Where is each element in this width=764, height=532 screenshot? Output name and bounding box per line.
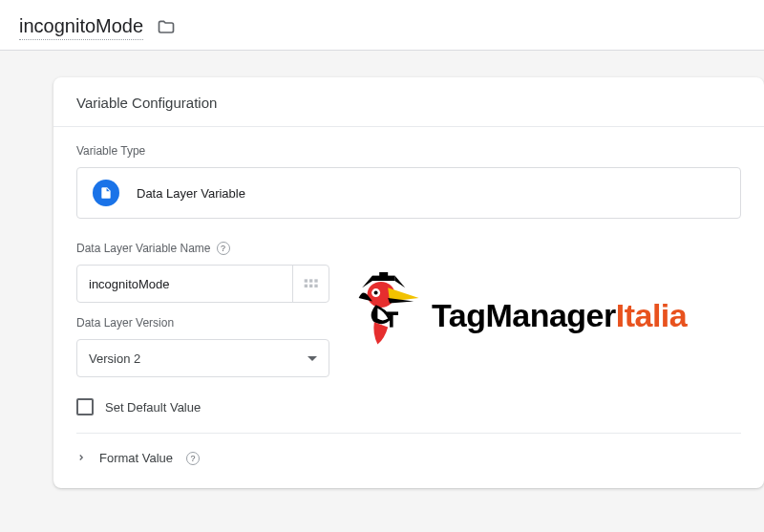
svg-rect-1 xyxy=(309,279,312,282)
variable-name-label: Data Layer Variable Name ? xyxy=(76,242,329,255)
variable-name-input[interactable] xyxy=(77,266,292,302)
help-icon[interactable]: ? xyxy=(217,242,230,255)
svg-rect-5 xyxy=(314,285,317,287)
variable-type-section: Variable Type Data Layer Variable xyxy=(53,127,764,219)
folder-icon[interactable] xyxy=(157,18,176,37)
version-label: Data Layer Version xyxy=(76,316,329,330)
insert-variable-icon[interactable] xyxy=(292,266,329,302)
svg-rect-3 xyxy=(304,285,307,287)
version-select[interactable]: Version 2 xyxy=(76,339,329,377)
variable-type-selector[interactable]: Data Layer Variable xyxy=(76,167,741,219)
variable-name-title[interactable]: incognitoMode xyxy=(19,15,143,40)
card-title: Variable Configuration xyxy=(53,77,764,127)
variable-config-card: Variable Configuration Variable Type Dat… xyxy=(53,77,764,488)
chevron-down-icon xyxy=(308,356,317,361)
svg-rect-0 xyxy=(304,279,307,282)
help-icon[interactable]: ? xyxy=(186,452,200,465)
format-value-label: Format Value xyxy=(99,451,173,465)
variable-type-label: Variable Type xyxy=(76,144,741,158)
format-value-row[interactable]: Format Value ? xyxy=(53,434,764,488)
variable-name-section: Data Layer Variable Name ? xyxy=(53,224,764,303)
chevron-right-icon xyxy=(76,451,86,465)
version-value: Version 2 xyxy=(89,351,140,366)
variable-name-input-group xyxy=(76,265,329,303)
svg-rect-2 xyxy=(314,279,317,282)
set-default-label: Set Default Value xyxy=(105,400,201,415)
page-header: incognitoMode xyxy=(0,0,764,51)
svg-rect-4 xyxy=(309,285,312,287)
version-section: Data Layer Version Version 2 xyxy=(53,303,764,377)
set-default-checkbox[interactable] xyxy=(76,398,94,415)
data-layer-icon xyxy=(93,180,119,206)
variable-type-value: Data Layer Variable xyxy=(137,186,245,201)
set-default-row[interactable]: Set Default Value xyxy=(53,377,764,433)
